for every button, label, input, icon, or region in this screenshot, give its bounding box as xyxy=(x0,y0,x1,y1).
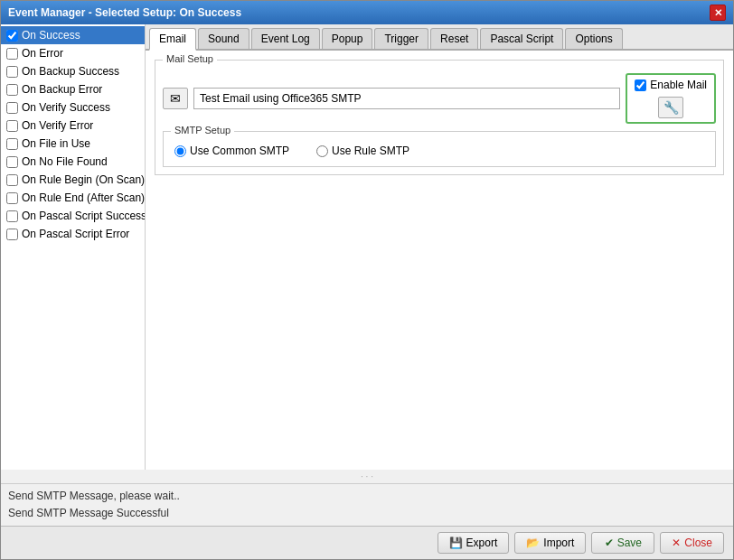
mail-row: ✉ Enable Mail 🔧 xyxy=(163,73,716,124)
sidebar-label-on-pascal-success: On Pascal Script Success xyxy=(22,210,146,222)
sidebar-item-on-error[interactable]: On Error xyxy=(1,44,145,62)
sidebar-checkbox-on-rule-begin[interactable] xyxy=(6,174,18,186)
right-panel: EmailSoundEvent LogPopupTriggerResetPasc… xyxy=(146,24,733,470)
sidebar-checkbox-on-success[interactable] xyxy=(6,30,18,42)
test-email-button[interactable]: ✉ xyxy=(163,88,188,109)
export-label: Export xyxy=(466,537,498,549)
sidebar-checkbox-on-backup-error[interactable] xyxy=(6,84,18,96)
smtp-options: Use Common SMTP Use Rule SMTP xyxy=(174,145,704,157)
sidebar-item-on-backup-error[interactable]: On Backup Error xyxy=(1,80,145,98)
enable-mail-checkbox[interactable] xyxy=(635,79,646,91)
sidebar-label-on-verify-success: On Verify Success xyxy=(22,101,110,114)
sidebar-checkbox-on-pascal-success[interactable] xyxy=(6,210,18,222)
sidebar-item-on-pascal-success[interactable]: On Pascal Script Success xyxy=(1,207,145,225)
tab-content-email: Mail Setup ✉ Enable Mail xyxy=(146,51,733,470)
sidebar-label-on-success: On Success xyxy=(22,29,80,42)
import-label: Import xyxy=(543,537,574,549)
enable-mail-row: Enable Mail xyxy=(635,79,707,91)
mail-setup-group: Mail Setup ✉ Enable Mail xyxy=(155,60,724,175)
status-line-2: Send SMTP Message Successful xyxy=(8,505,726,522)
save-icon: ✔ xyxy=(605,537,614,549)
close-icon: ✕ xyxy=(672,537,681,549)
email-input[interactable] xyxy=(193,88,620,109)
enable-mail-label: Enable Mail xyxy=(650,79,707,91)
tab-options[interactable]: Options xyxy=(565,28,622,49)
sidebar-item-on-pascal-error[interactable]: On Pascal Script Error xyxy=(1,225,145,243)
sidebar-item-on-success[interactable]: On Success xyxy=(1,26,145,44)
email-icon: ✉ xyxy=(170,91,181,106)
sidebar-checkbox-on-no-file-found[interactable] xyxy=(6,156,18,168)
sidebar-checkbox-on-error[interactable] xyxy=(6,48,18,60)
resizer: · · · xyxy=(1,470,733,483)
sidebar-item-on-verify-error[interactable]: On Verify Error xyxy=(1,117,145,135)
smtp-common-label: Use Common SMTP xyxy=(190,145,289,157)
sidebar-label-on-rule-begin: On Rule Begin (On Scan) xyxy=(22,173,145,186)
sidebar-label-on-no-file-found: On No File Found xyxy=(22,155,108,168)
tab-sound[interactable]: Sound xyxy=(198,28,249,49)
sidebar-checkbox-on-backup-success[interactable] xyxy=(6,66,18,78)
footer-bar: 💾 Export 📂 Import ✔ Save ✕ Close xyxy=(1,526,733,559)
sidebar-checkbox-on-pascal-error[interactable] xyxy=(6,229,18,240)
smtp-rule-label: Use Rule SMTP xyxy=(332,145,409,157)
smtp-radio-common[interactable] xyxy=(174,145,186,157)
tab-event-log[interactable]: Event Log xyxy=(251,28,320,49)
sidebar-label-on-error: On Error xyxy=(22,47,63,60)
export-button[interactable]: 💾 Export xyxy=(438,532,510,554)
wrench-button[interactable]: 🔧 xyxy=(658,97,683,118)
sidebar-label-on-backup-error: On Backup Error xyxy=(22,83,102,96)
mail-setup-title: Mail Setup xyxy=(163,53,217,64)
wrench-icon: 🔧 xyxy=(663,100,679,115)
main-content: On SuccessOn ErrorOn Backup SuccessOn Ba… xyxy=(1,24,733,470)
smtp-radio-rule[interactable] xyxy=(316,145,328,157)
close-button[interactable]: ✕ Close xyxy=(660,532,724,554)
tab-reset[interactable]: Reset xyxy=(430,28,478,49)
sidebar-label-on-pascal-error: On Pascal Script Error xyxy=(22,228,129,240)
tab-pascal-script[interactable]: Pascal Script xyxy=(480,28,563,49)
sidebar-item-on-rule-begin[interactable]: On Rule Begin (On Scan) xyxy=(1,171,145,189)
save-button[interactable]: ✔ Save xyxy=(591,532,654,554)
status-bar: Send SMTP Message, please wait.. Send SM… xyxy=(1,483,733,526)
tab-bar: EmailSoundEvent LogPopupTriggerResetPasc… xyxy=(146,24,733,51)
sidebar-item-on-verify-success[interactable]: On Verify Success xyxy=(1,98,145,117)
sidebar-item-on-no-file-found[interactable]: On No File Found xyxy=(1,153,145,171)
main-window: Event Manager - Selected Setup: On Succe… xyxy=(0,0,734,560)
sidebar-label-on-backup-success: On Backup Success xyxy=(22,65,119,78)
sidebar-checkbox-on-verify-success[interactable] xyxy=(6,102,18,114)
tab-popup[interactable]: Popup xyxy=(322,28,373,49)
window-title: Event Manager - Selected Setup: On Succe… xyxy=(8,6,241,19)
sidebar: On SuccessOn ErrorOn Backup SuccessOn Ba… xyxy=(1,24,146,470)
smtp-option-common[interactable]: Use Common SMTP xyxy=(174,145,289,157)
sidebar-checkbox-on-file-in-use[interactable] xyxy=(6,138,18,150)
sidebar-item-on-rule-end[interactable]: On Rule End (After Scan) xyxy=(1,189,145,207)
enable-mail-box: Enable Mail 🔧 xyxy=(626,73,716,124)
sidebar-item-on-file-in-use[interactable]: On File in Use xyxy=(1,135,145,153)
sidebar-label-on-verify-error: On Verify Error xyxy=(22,119,93,132)
save-label: Save xyxy=(617,537,642,549)
smtp-setup-title: SMTP Setup xyxy=(171,125,234,135)
sidebar-item-on-backup-success[interactable]: On Backup Success xyxy=(1,62,145,80)
smtp-option-rule[interactable]: Use Rule SMTP xyxy=(316,145,409,157)
import-icon: 📂 xyxy=(526,537,540,549)
sidebar-checkbox-on-rule-end[interactable] xyxy=(6,192,18,204)
window-close-button[interactable]: ✕ xyxy=(710,5,726,21)
sidebar-label-on-rule-end: On Rule End (After Scan) xyxy=(22,191,145,204)
close-label: Close xyxy=(684,537,712,549)
tab-trigger[interactable]: Trigger xyxy=(374,28,428,49)
status-line-1: Send SMTP Message, please wait.. xyxy=(8,488,726,505)
sidebar-label-on-file-in-use: On File in Use xyxy=(22,137,90,150)
tab-email[interactable]: Email xyxy=(149,28,196,51)
title-bar: Event Manager - Selected Setup: On Succe… xyxy=(1,1,733,24)
import-button[interactable]: 📂 Import xyxy=(514,532,586,554)
export-icon: 💾 xyxy=(449,537,463,549)
sidebar-checkbox-on-verify-error[interactable] xyxy=(6,120,18,132)
smtp-setup-group: SMTP Setup Use Common SMTP Use Rule SMTP xyxy=(163,131,716,167)
